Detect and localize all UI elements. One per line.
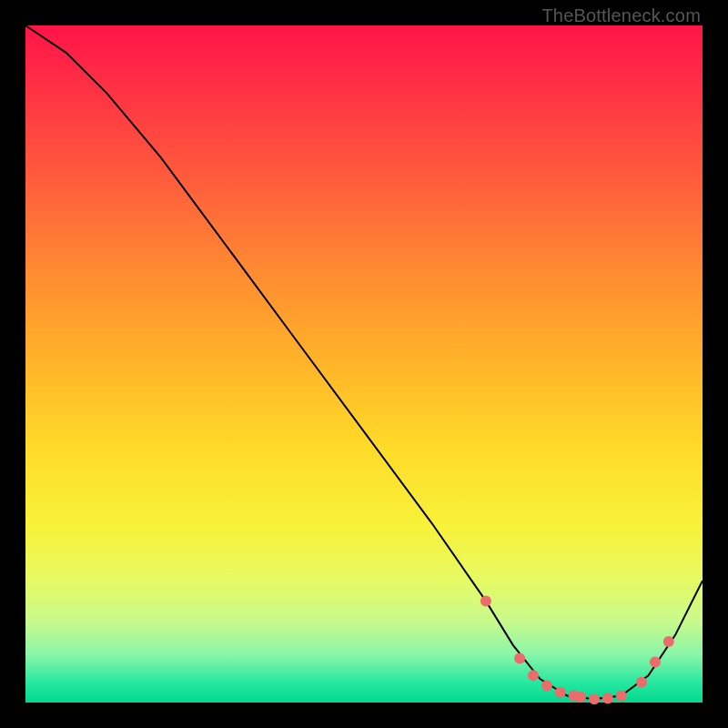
marker-dot <box>541 680 552 691</box>
watermark-text: TheBottleneck.com <box>541 5 701 26</box>
marker-dot <box>575 692 586 703</box>
marker-dot <box>616 691 627 702</box>
marker-dot <box>636 677 647 688</box>
marker-dot <box>602 693 613 704</box>
marker-dot <box>480 595 491 606</box>
marker-dot <box>589 693 600 704</box>
chart-svg <box>25 25 703 703</box>
chart-stage: TheBottleneck.com <box>0 0 728 728</box>
bottleneck-curve <box>25 25 703 699</box>
marker-dot <box>514 653 525 664</box>
marker-dot <box>650 656 661 667</box>
marker-dot <box>555 687 566 698</box>
plot-area <box>25 25 703 703</box>
marker-dot <box>663 636 674 647</box>
marker-group <box>480 595 674 704</box>
marker-dot <box>528 670 539 681</box>
